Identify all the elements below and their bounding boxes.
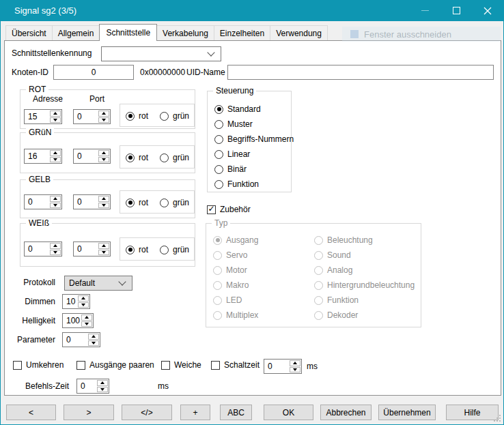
zubehoer-checkbox[interactable]: Zubehör xyxy=(207,205,251,214)
spin-up-button[interactable] xyxy=(50,150,61,156)
spin-up-button[interactable] xyxy=(98,111,109,117)
weiss-radio-rot[interactable]: rot xyxy=(126,245,148,254)
radio-label: rot xyxy=(139,153,148,162)
gelb-port-input[interactable] xyxy=(74,195,98,209)
help-button[interactable]: Hilfe xyxy=(446,405,499,420)
befehls-zeit-spinner[interactable] xyxy=(76,379,109,394)
nav-prev-button[interactable]: < xyxy=(6,405,56,420)
spin-up-button[interactable] xyxy=(50,196,61,202)
spin-up-button[interactable] xyxy=(81,314,92,321)
add-button[interactable]: + xyxy=(180,405,210,420)
spin-up-button[interactable] xyxy=(50,243,61,249)
weiss-adresse-input[interactable] xyxy=(25,242,50,256)
spin-up-button[interactable] xyxy=(98,196,109,202)
dimmen-input[interactable] xyxy=(63,295,78,308)
spin-down-button[interactable] xyxy=(81,321,92,327)
schaltzeit-input[interactable] xyxy=(264,360,290,373)
nav-next-button[interactable]: > xyxy=(64,405,114,420)
apply-button[interactable]: Übernehmen xyxy=(378,405,436,420)
weiss-port-spinner[interactable] xyxy=(73,241,111,257)
radio-linear[interactable]: Linear xyxy=(214,149,250,159)
rot-adresse-input[interactable] xyxy=(25,110,50,123)
ok-button[interactable]: OK xyxy=(264,405,313,420)
gelb-adresse-input[interactable] xyxy=(25,195,50,209)
radio-binaer[interactable]: Binär xyxy=(214,164,247,174)
radio-begriffs-nummern[interactable]: Begriffs-Nummern xyxy=(214,134,294,144)
spin-up-button[interactable] xyxy=(50,111,61,117)
weiss-radio-gruen[interactable]: grün xyxy=(160,245,189,254)
dimmen-spinner[interactable] xyxy=(62,294,90,309)
tab-verkabelung[interactable]: Verkabelung xyxy=(156,25,214,40)
rot-port-input[interactable] xyxy=(74,110,98,123)
spin-down-button[interactable] xyxy=(97,387,108,393)
tab-einzelheiten[interactable]: Einzelheiten xyxy=(214,25,270,40)
helligkeit-input[interactable] xyxy=(63,314,81,327)
maximize-button[interactable] xyxy=(440,0,472,21)
spin-down-button[interactable] xyxy=(50,250,61,256)
parameter-input[interactable] xyxy=(63,333,88,347)
spin-down-button[interactable] xyxy=(98,117,109,123)
triangle-up-icon xyxy=(102,244,106,247)
uid-name-input[interactable] xyxy=(227,65,494,80)
cancel-button[interactable]: Abbrechen xyxy=(320,405,372,420)
spin-down-button[interactable] xyxy=(98,157,109,163)
code-button[interactable]: </> xyxy=(122,405,172,420)
knoten-id-input[interactable] xyxy=(53,65,134,80)
rot-radio-gruen[interactable]: grün xyxy=(160,111,189,121)
tab-allgemein[interactable]: Allgemein xyxy=(52,25,100,40)
gelb-adresse-spinner[interactable] xyxy=(24,194,62,209)
tab-verwendung[interactable]: Verwendung xyxy=(270,25,328,40)
weiss-adresse-spinner[interactable] xyxy=(24,241,62,257)
spin-up-button[interactable] xyxy=(98,150,109,156)
spin-up-button[interactable] xyxy=(97,380,108,386)
schaltzeit-checkbox[interactable]: Schaltzeit xyxy=(211,360,260,370)
tab-schnittstelle[interactable]: Schnittstelle xyxy=(99,24,157,41)
spin-down-button[interactable] xyxy=(78,302,89,308)
tab-uebersicht[interactable]: Übersicht xyxy=(5,25,53,40)
gelb-radio-rot[interactable]: rot xyxy=(126,198,148,207)
radio-icon xyxy=(126,246,135,254)
rot-port-spinner[interactable] xyxy=(73,109,111,124)
spin-down-button[interactable] xyxy=(290,367,300,373)
spin-down-button[interactable] xyxy=(98,203,109,209)
resize-grip[interactable] xyxy=(494,415,501,422)
radio-standard[interactable]: Standard xyxy=(214,104,261,114)
gelb-radio-gruen[interactable]: grün xyxy=(160,198,189,207)
umkehren-checkbox[interactable]: Umkehren xyxy=(13,360,64,370)
spin-down-button[interactable] xyxy=(98,250,109,256)
ausgaenge-paaren-checkbox[interactable]: Ausgänge paaren xyxy=(76,360,154,370)
gruen-adresse-input[interactable] xyxy=(25,149,50,163)
befehls-zeit-input[interactable] xyxy=(77,379,97,393)
gruen-radio-rot[interactable]: rot xyxy=(126,153,148,162)
spin-down-button[interactable] xyxy=(50,157,61,163)
gruen-adresse-spinner[interactable] xyxy=(24,149,62,164)
abc-button[interactable]: ABC xyxy=(220,405,252,420)
radio-motor: Motor xyxy=(213,265,247,275)
gelb-port-spinner[interactable] xyxy=(73,194,111,209)
close-button[interactable] xyxy=(472,0,503,21)
gruen-radio-gruen[interactable]: grün xyxy=(160,153,189,162)
spin-down-button[interactable] xyxy=(50,203,61,209)
weiche-checkbox[interactable]: Weiche xyxy=(161,360,201,370)
triangle-up-icon xyxy=(53,151,57,154)
protokoll-select[interactable]: Default xyxy=(64,276,132,291)
radio-funktion[interactable]: Funktion xyxy=(214,179,259,189)
schaltzeit-spinner[interactable] xyxy=(264,359,302,374)
minimize-button[interactable] xyxy=(409,0,440,21)
spin-down-button[interactable] xyxy=(88,340,99,347)
spin-up-button[interactable] xyxy=(98,243,109,249)
triangle-up-icon xyxy=(102,197,106,200)
rot-radio-rot[interactable]: rot xyxy=(126,111,148,121)
spin-up-button[interactable] xyxy=(88,334,99,340)
rot-adresse-spinner[interactable] xyxy=(24,109,62,124)
spin-up-button[interactable] xyxy=(78,295,89,302)
gruen-port-input[interactable] xyxy=(74,149,98,163)
schnittstellenkennung-select[interactable] xyxy=(101,46,221,61)
gruen-port-spinner[interactable] xyxy=(73,149,111,164)
spin-down-button[interactable] xyxy=(50,117,61,123)
helligkeit-spinner[interactable] xyxy=(62,313,94,328)
radio-muster[interactable]: Muster xyxy=(214,119,253,129)
parameter-spinner[interactable] xyxy=(62,332,100,347)
weiss-port-input[interactable] xyxy=(74,242,98,256)
spin-up-button[interactable] xyxy=(290,360,300,366)
